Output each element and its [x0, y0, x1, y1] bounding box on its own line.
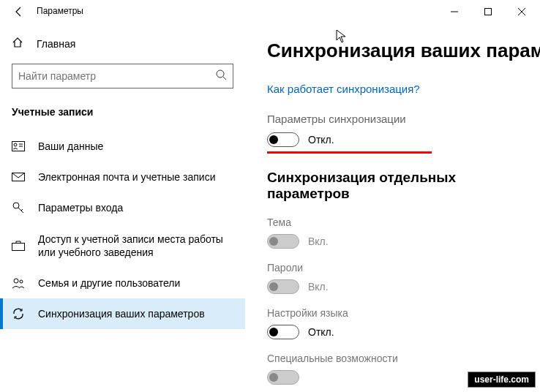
passwords-label: Пароли [267, 262, 540, 274]
language-label: Настройки языка [267, 307, 540, 319]
section-title: Учетные записи [0, 100, 245, 131]
sidebar: Главная Учетные записи Ваши данные Элект… [0, 23, 245, 392]
nav-label: Семья и другие пользователи [38, 276, 233, 290]
sync-settings-label: Параметры синхронизации [267, 113, 540, 125]
people-icon [12, 277, 25, 289]
sync-toggle[interactable] [267, 132, 299, 147]
home-label: Главная [37, 38, 75, 50]
main-content: Синхронизация ваших парамет Как работает… [245, 23, 540, 392]
mail-icon [12, 173, 25, 181]
theme-toggle-state: Вкл. [308, 235, 329, 247]
window-title: Параметры [37, 6, 83, 16]
sub-heading: Синхронизация отдельных параметров [267, 170, 540, 202]
maximize-button[interactable] [471, 0, 505, 23]
home-icon [12, 37, 25, 50]
briefcase-icon [12, 241, 25, 251]
close-button[interactable] [505, 0, 539, 23]
nav-work-access[interactable]: Доступ к учетной записи места работы или… [0, 224, 245, 268]
svg-point-15 [14, 279, 18, 283]
accessibility-toggle[interactable] [267, 370, 299, 385]
minimize-button[interactable] [438, 0, 471, 23]
passwords-toggle-state: Вкл. [308, 281, 329, 293]
nav-label: Электронная почта и учетные записи [38, 170, 233, 184]
sync-toggle-state: Откл. [308, 134, 334, 146]
svg-point-11 [13, 203, 19, 208]
search-input[interactable] [18, 70, 215, 82]
nav-your-info[interactable]: Ваши данные [0, 131, 245, 162]
language-toggle[interactable] [267, 325, 299, 339]
language-toggle-state: Откл. [308, 326, 334, 338]
nav-signin-options[interactable]: Параметры входа [0, 192, 245, 223]
nav-label: Ваши данные [38, 140, 233, 153]
svg-line-12 [18, 208, 23, 213]
nav-family[interactable]: Семья и другие пользователи [0, 268, 245, 298]
back-button[interactable] [13, 6, 25, 20]
svg-rect-1 [485, 9, 492, 15]
svg-rect-14 [12, 243, 25, 250]
watermark: user-life.com [468, 372, 536, 388]
svg-point-7 [14, 143, 17, 146]
svg-line-13 [21, 209, 23, 211]
nav-label: Параметры входа [38, 201, 233, 214]
svg-point-16 [20, 280, 23, 283]
key-icon [12, 201, 25, 214]
sync-icon [12, 307, 25, 320]
theme-toggle[interactable] [267, 234, 299, 249]
nav-sync-settings[interactable]: Синхронизация ваших параметров [0, 298, 245, 329]
passwords-toggle[interactable] [267, 279, 299, 294]
person-card-icon [12, 141, 25, 151]
accessibility-label: Специальные возможности [267, 353, 540, 364]
svg-line-5 [223, 77, 226, 80]
theme-label: Тема [267, 216, 540, 228]
home-nav[interactable]: Главная [0, 29, 245, 58]
search-icon [215, 69, 227, 83]
nav-email-accounts[interactable]: Электронная почта и учетные записи [0, 162, 245, 192]
search-box[interactable] [12, 64, 233, 88]
highlight-underline [267, 151, 432, 154]
svg-point-4 [217, 70, 224, 78]
page-heading: Синхронизация ваших парамет [267, 39, 540, 62]
nav-label: Синхронизация ваших параметров [38, 307, 233, 320]
help-link[interactable]: Как работает синхронизация? [267, 83, 540, 95]
nav-label: Доступ к учетной записи места работы или… [38, 233, 233, 259]
